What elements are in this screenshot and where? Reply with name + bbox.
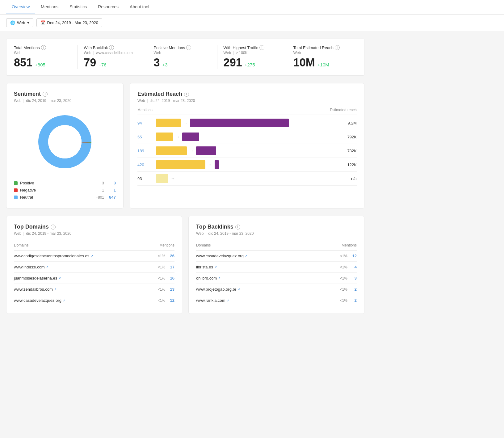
web-filter-button[interactable]: 🌐 Web ▾	[6, 18, 33, 27]
stat-backlink-sub1: Web	[84, 51, 91, 55]
reach-row-1-mentions[interactable]: 55	[137, 135, 156, 139]
tab-resources[interactable]: Resources	[92, 0, 124, 14]
reach-row-2-bars: →	[156, 146, 338, 155]
stat-highest-traffic: With Highest Traffic i Web | > 100K 291 …	[217, 45, 287, 69]
reach-info[interactable]: i	[335, 45, 340, 50]
reach-row-2-arrow: →	[189, 148, 194, 153]
domain-0-count[interactable]: 26	[165, 254, 174, 258]
backlink-2-name[interactable]: ohlibro.com	[196, 276, 217, 280]
backlink-1-pct: <1%	[335, 265, 347, 269]
top-domains-table: Domains Mentions www.codigosdescuentospr…	[14, 241, 174, 306]
reach-row-4-bars: →	[156, 174, 338, 183]
reach-row-2-value: 732K	[338, 149, 357, 153]
domain-2-count[interactable]: 16	[165, 276, 174, 280]
reach-row-4-yellow-bar	[156, 174, 168, 183]
reach-row-4-value: n/a	[338, 176, 357, 181]
reach-date-range: dic 24, 2019 - mar 23, 2020	[150, 99, 195, 103]
backlink-row-1: librista.es ↗ <1% 4	[196, 262, 357, 273]
reach-row-4: 93 → n/a	[137, 172, 357, 186]
domain-row-2: juanmoisesdelaserna.es ↗ <1% 16	[14, 273, 174, 284]
reach-row-2-mentions[interactable]: 189	[137, 149, 156, 153]
legend-negative-value[interactable]: 1	[107, 188, 116, 192]
backlink-1-count[interactable]: 4	[347, 265, 357, 269]
date-filter-label: Dec 24, 2019 - Mar 23, 2020	[47, 20, 99, 25]
domain-4-count[interactable]: 12	[165, 298, 174, 303]
reach-row-3-mentions[interactable]: 420	[137, 162, 156, 167]
legend-neutral-value[interactable]: 847	[107, 195, 116, 200]
reach-row-1-value: 792K	[338, 135, 357, 139]
domain-1-count[interactable]: 17	[165, 265, 174, 269]
domain-1-name[interactable]: www.indizze.com	[14, 265, 45, 269]
backlink-0-name[interactable]: www.casadevelazquez.org	[196, 254, 244, 258]
domain-0-ext-icon[interactable]: ↗	[90, 254, 93, 258]
calendar-icon: 📅	[40, 20, 45, 25]
reach-row-0-mentions[interactable]: 94	[137, 121, 156, 125]
domain-2-ext-icon[interactable]: ↗	[58, 276, 61, 280]
backlink-2-count[interactable]: 3	[347, 276, 357, 280]
sentiment-info-icon[interactable]: i	[43, 92, 48, 97]
legend-negative-label: Negative	[20, 188, 89, 192]
backlink-4-count[interactable]: 2	[347, 298, 357, 303]
top-domains-card: Top Domains i Web | dic 24, 2019 - mar 2…	[6, 216, 182, 314]
tab-overview[interactable]: Overview	[6, 0, 35, 14]
top-backlinks-date: dic 24, 2019 - mar 23, 2020	[208, 231, 254, 236]
backlink-3-ext-icon[interactable]: ↗	[237, 288, 240, 291]
stat-total-mentions-sub: Web	[14, 51, 21, 55]
tab-mentions[interactable]: Mentions	[35, 0, 64, 14]
backlink-3-name[interactable]: www.projetogap.org.br	[196, 287, 236, 292]
top-domains-title: Top Domains	[14, 224, 49, 230]
backlink-row-2: ohlibro.com ↗ <1% 3	[196, 273, 357, 284]
charts-row: Sentiment i Web | dic 24, 2019 - mar 23,…	[6, 83, 364, 208]
domain-4-name[interactable]: www.casadevelazquez.org	[14, 298, 61, 303]
date-filter-button[interactable]: 📅 Dec 24, 2019 - Mar 23, 2020	[36, 18, 103, 27]
sentiment-title: Sentiment	[14, 91, 41, 97]
backlink-4-name[interactable]: www.rankia.com	[196, 298, 225, 303]
stat-positive-delta: +3	[162, 62, 167, 67]
backlink-info[interactable]: i	[109, 45, 114, 50]
domain-1-ext-icon[interactable]: ↗	[46, 265, 48, 269]
domain-4-ext-icon[interactable]: ↗	[63, 299, 65, 302]
reach-col-reach: Estimated reach	[330, 108, 357, 112]
sentiment-date-range: dic 24, 2019 - mar 23, 2020	[26, 99, 72, 103]
reach-row-0-value: 9.2M	[338, 121, 357, 125]
backlink-1-name[interactable]: librista.es	[196, 265, 213, 269]
legend-positive-delta: +3	[92, 181, 104, 185]
reach-table-header: Mentions Estimated reach	[137, 108, 357, 115]
domain-row-3: www.zendalibros.com ↗ <1% 13	[14, 284, 174, 295]
positive-info[interactable]: i	[186, 45, 191, 50]
web-filter-label: Web	[17, 20, 25, 25]
domain-3-count[interactable]: 13	[165, 287, 174, 292]
reach-card-info-icon[interactable]: i	[184, 92, 189, 97]
backlink-0-ext-icon[interactable]: ↗	[245, 254, 247, 258]
sentiment-source: Web	[14, 99, 21, 103]
total-mentions-info[interactable]: i	[41, 45, 46, 50]
backlink-row-0: www.casadevelazquez.org ↗ <1% 12	[196, 251, 357, 262]
backlink-2-ext-icon[interactable]: ↗	[218, 276, 220, 280]
backlink-0-count[interactable]: 12	[347, 254, 357, 258]
tab-statistics[interactable]: Statistics	[64, 0, 92, 14]
domain-2-name[interactable]: juanmoisesdelaserna.es	[14, 276, 57, 280]
domain-3-ext-icon[interactable]: ↗	[54, 288, 57, 291]
stat-traffic-delta: +275	[245, 62, 255, 67]
backlink-row-4: www.rankia.com ↗ <1% 2	[196, 295, 357, 306]
backlink-1-ext-icon[interactable]: ↗	[214, 265, 217, 269]
reach-row-1-purple-bar	[182, 133, 199, 141]
tab-about[interactable]: About tool	[124, 0, 155, 14]
reach-row-0: 94 → 9.2M	[137, 116, 357, 130]
legend-positive-value[interactable]: 3	[107, 181, 116, 185]
negative-dot	[14, 188, 18, 192]
backlink-4-ext-icon[interactable]: ↗	[227, 299, 229, 302]
top-domains-date: dic 24, 2019 - mar 23, 2020	[26, 231, 72, 236]
top-backlinks-info-icon[interactable]: i	[235, 225, 240, 230]
traffic-info[interactable]: i	[259, 45, 264, 50]
domain-3-name[interactable]: www.zendalibros.com	[14, 287, 53, 292]
domain-0-name[interactable]: www.codigosdescuentospromocionales.es	[14, 254, 89, 258]
reach-title: Estimated Reach	[137, 91, 182, 97]
stat-backlink-sub2: www.casadellibro.com	[96, 51, 133, 55]
stat-reach-value: 10M	[293, 56, 315, 69]
backlink-3-count[interactable]: 2	[347, 287, 357, 292]
tab-bar: Overview Mentions Statistics Resources A…	[0, 0, 504, 15]
domain-row-1: www.indizze.com ↗ <1% 17	[14, 262, 174, 273]
stat-positive-label: Positive Mentions	[153, 45, 185, 50]
top-domains-info-icon[interactable]: i	[51, 225, 56, 230]
